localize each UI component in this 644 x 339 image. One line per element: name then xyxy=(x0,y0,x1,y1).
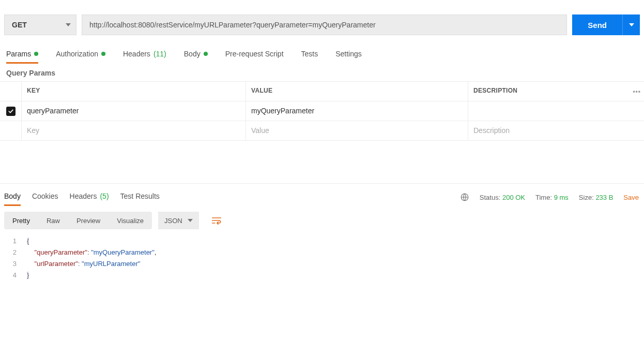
status-label: Status: xyxy=(480,194,500,201)
response-bar: Body Cookies Headers (5) Test Results St… xyxy=(0,183,644,205)
pretty-button[interactable]: Pretty xyxy=(4,212,38,229)
line-number: 2 xyxy=(0,247,27,258)
row-checkbox-cell xyxy=(0,121,22,140)
code-token: "urlParameter" xyxy=(34,260,78,268)
save-response-button[interactable]: Save xyxy=(623,194,639,201)
code-token: "myURLParameter" xyxy=(82,260,140,268)
url-input[interactable] xyxy=(82,14,567,35)
size-meta: Size: 233 B xyxy=(579,194,614,201)
tab-label: Settings xyxy=(335,50,362,58)
chevron-down-icon xyxy=(66,23,71,26)
code-line: 2 "queryParameter": "myQueryParameter", xyxy=(0,247,644,258)
status-meta: Status: 200 OK xyxy=(480,194,525,201)
raw-button[interactable]: Raw xyxy=(38,212,68,229)
query-params-heading: Query Params xyxy=(0,64,644,81)
globe-icon[interactable] xyxy=(460,193,469,202)
code-token: "queryParameter" xyxy=(34,248,87,256)
line-number: 4 xyxy=(0,270,27,281)
table-header-checkbox-cell xyxy=(0,82,22,101)
visualize-button[interactable]: Visualize xyxy=(109,212,152,229)
code-token: { xyxy=(27,237,29,245)
table-header-key: KEY xyxy=(22,82,246,101)
check-icon xyxy=(8,108,14,114)
tab-settings[interactable]: Settings xyxy=(335,46,362,63)
row-checkbox[interactable] xyxy=(6,107,16,116)
response-meta: Status: 200 OK Time: 9 ms Size: 233 B Sa… xyxy=(460,193,639,202)
headers-count: (5) xyxy=(100,192,109,200)
send-button-group: Send xyxy=(572,14,640,35)
response-body-viewer[interactable]: 1 { 2 "queryParameter": "myQueryParamete… xyxy=(0,232,644,281)
tab-label: Test Results xyxy=(120,192,160,200)
language-label: JSON xyxy=(164,217,182,225)
request-tabs: Params Authorization Headers (11) Body P… xyxy=(0,42,644,64)
preview-button[interactable]: Preview xyxy=(68,212,109,229)
format-bar: Pretty Raw Preview Visualize JSON xyxy=(0,205,644,232)
code-line: 4 } xyxy=(0,270,644,281)
time-meta: Time: 9 ms xyxy=(535,194,569,201)
table-header-description: DESCRIPTION ••• xyxy=(468,82,644,101)
time-label: Time: xyxy=(535,194,552,201)
wrap-lines-button[interactable] xyxy=(207,212,226,229)
code-line: 1 { xyxy=(0,235,644,247)
resp-tab-body[interactable]: Body xyxy=(4,189,21,205)
send-button[interactable]: Send xyxy=(572,14,622,35)
active-dot-icon xyxy=(101,52,105,56)
line-number: 1 xyxy=(0,235,27,247)
size-value: 233 B xyxy=(595,194,613,201)
query-params-table: KEY VALUE DESCRIPTION ••• queryParameter… xyxy=(0,81,644,141)
param-value-cell[interactable]: myQueryParameter xyxy=(246,101,468,121)
active-dot-icon xyxy=(34,52,38,56)
resp-tab-test-results[interactable]: Test Results xyxy=(120,189,160,205)
status-value: 200 OK xyxy=(502,194,525,201)
active-dot-icon xyxy=(204,52,208,56)
code-token: "myQueryParameter" xyxy=(91,248,155,256)
tab-label: Headers xyxy=(70,192,97,200)
response-tabs: Body Cookies Headers (5) Test Results xyxy=(4,189,160,205)
chevron-down-icon xyxy=(188,219,193,222)
param-description-cell[interactable] xyxy=(468,101,644,121)
param-key-input[interactable]: Key xyxy=(22,121,246,140)
tab-label: Body xyxy=(4,192,21,200)
param-description-input[interactable]: Description xyxy=(468,121,644,140)
http-method-select[interactable]: GET xyxy=(4,14,76,35)
view-mode-group: Pretty Raw Preview Visualize xyxy=(4,212,152,229)
size-label: Size: xyxy=(579,194,594,201)
code-line: 3 "urlParameter": "myURLParameter" xyxy=(0,258,644,270)
tab-label: Cookies xyxy=(32,192,58,200)
wrap-icon xyxy=(211,216,222,225)
tab-body[interactable]: Body xyxy=(184,46,208,63)
resp-tab-cookies[interactable]: Cookies xyxy=(32,189,58,205)
tab-params[interactable]: Params xyxy=(6,46,38,63)
table-header-value: VALUE xyxy=(246,82,468,101)
tab-authorization[interactable]: Authorization xyxy=(56,46,105,63)
tab-label: Pre-request Script xyxy=(225,50,284,58)
table-header-row: KEY VALUE DESCRIPTION ••• xyxy=(0,82,644,101)
language-select[interactable]: JSON xyxy=(158,212,199,229)
http-method-label: GET xyxy=(12,21,27,29)
param-key-cell[interactable]: queryParameter xyxy=(22,101,246,121)
more-options-icon[interactable]: ••• xyxy=(633,88,641,95)
chevron-down-icon xyxy=(629,23,634,26)
tab-label: Tests xyxy=(301,50,318,58)
time-value: 9 ms xyxy=(554,194,569,201)
table-row-new: Key Value Description xyxy=(0,121,644,141)
tab-prerequest[interactable]: Pre-request Script xyxy=(225,46,284,63)
tab-label: Headers xyxy=(123,50,150,58)
table-row: queryParameter myQueryParameter xyxy=(0,101,644,121)
code-token: } xyxy=(27,271,29,279)
tab-headers[interactable]: Headers (11) xyxy=(123,46,166,63)
request-bar: GET Send xyxy=(0,0,644,42)
send-dropdown-button[interactable] xyxy=(622,14,640,35)
row-checkbox-cell xyxy=(0,101,22,121)
tab-label: Body xyxy=(184,50,201,58)
resp-tab-headers[interactable]: Headers (5) xyxy=(70,189,109,205)
tab-tests[interactable]: Tests xyxy=(301,46,318,63)
tab-label: Params xyxy=(6,50,31,58)
headers-count: (11) xyxy=(154,50,166,58)
line-number: 3 xyxy=(0,258,27,270)
param-value-input[interactable]: Value xyxy=(246,121,468,140)
tab-label: Authorization xyxy=(56,50,98,58)
